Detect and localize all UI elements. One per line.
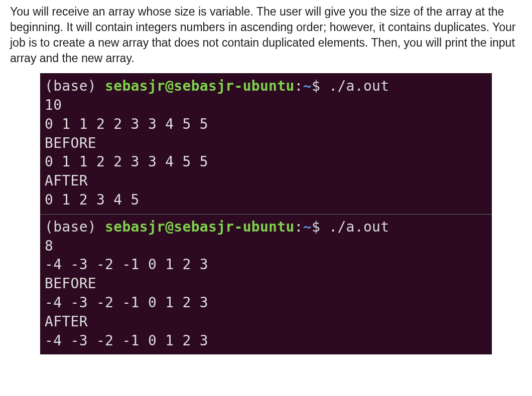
run1-input-line: 0 1 1 2 2 3 3 4 5 5 xyxy=(45,116,208,132)
prompt-dollar: $ xyxy=(312,219,329,235)
prompt-cwd: ~ xyxy=(303,219,312,235)
prompt-command: ./a.out xyxy=(329,219,389,235)
prompt-user-host: sebasjr@sebasjr-ubuntu xyxy=(105,78,294,94)
prompt-base: (base) xyxy=(45,219,105,235)
prompt-dollar: $ xyxy=(312,78,329,94)
prompt-sep: : xyxy=(295,78,303,94)
terminal-run-2: (base) sebasjr@sebasjr-ubuntu:~$ ./a.out… xyxy=(40,214,492,355)
prompt-base: (base) xyxy=(45,78,105,94)
terminal-run-1: (base) sebasjr@sebasjr-ubuntu:~$ ./a.out… xyxy=(40,73,492,214)
page: You will receive an array whose size is … xyxy=(0,0,532,396)
run2-input-line: -4 -3 -2 -1 0 1 2 3 xyxy=(45,256,208,273)
prompt-command: ./a.out xyxy=(329,78,389,94)
run1-after-label: AFTER xyxy=(45,172,88,189)
terminal-container: (base) sebasjr@sebasjr-ubuntu:~$ ./a.out… xyxy=(10,73,522,354)
run2-after-label: AFTER xyxy=(45,313,88,330)
run1-size: 10 xyxy=(45,97,62,113)
prompt-cwd: ~ xyxy=(303,78,312,94)
problem-statement: You will receive an array whose size is … xyxy=(10,4,522,66)
run2-before-line: -4 -3 -2 -1 0 1 2 3 xyxy=(45,294,208,311)
run2-before-label: BEFORE xyxy=(45,275,96,292)
run1-before-line: 0 1 1 2 2 3 3 4 5 5 xyxy=(45,153,208,170)
run1-after-line: 0 1 2 3 4 5 xyxy=(45,191,140,208)
prompt-user-host: sebasjr@sebasjr-ubuntu xyxy=(105,219,294,235)
run2-size: 8 xyxy=(45,238,53,254)
prompt-sep: : xyxy=(295,219,303,235)
run2-after-line: -4 -3 -2 -1 0 1 2 3 xyxy=(45,332,208,349)
run1-before-label: BEFORE xyxy=(45,135,96,151)
